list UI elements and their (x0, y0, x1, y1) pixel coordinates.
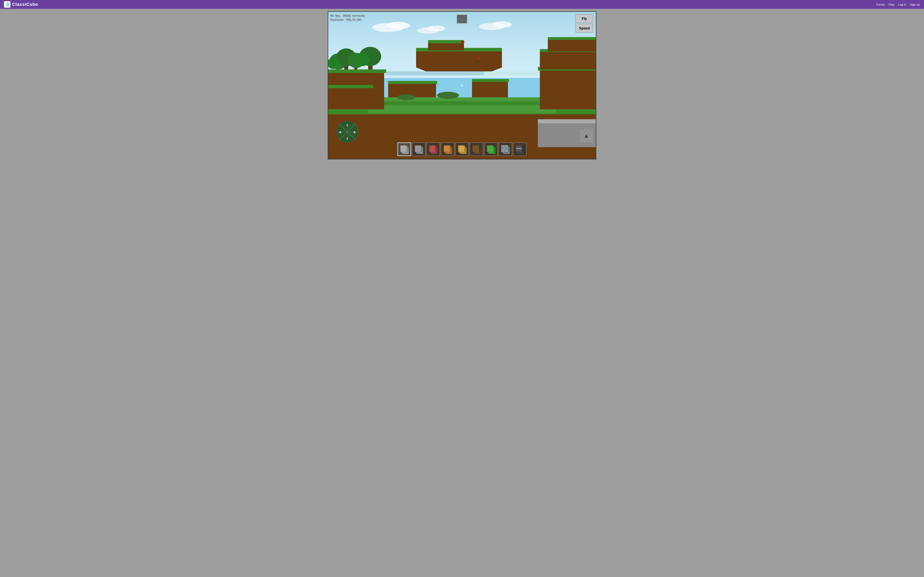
crosshair (460, 84, 464, 87)
fly-speed-buttons: Fly Speed (575, 14, 593, 33)
svg-rect-86 (435, 147, 435, 149)
svg-rect-109 (491, 148, 493, 149)
svg-marker-37 (472, 81, 508, 97)
svg-point-100 (475, 148, 476, 149)
svg-point-3 (427, 26, 445, 31)
svg-rect-44 (376, 102, 377, 103)
logo-text: ClassiCube (12, 2, 38, 7)
joystick-inner: ▲ ▼ ◀ ▶ (337, 121, 358, 142)
svg-rect-63 (386, 71, 484, 75)
footer-area (0, 162, 924, 174)
svg-point-119 (519, 148, 520, 149)
hotbar-slot-cobblestone[interactable] (412, 142, 425, 156)
svg-rect-43 (370, 101, 371, 102)
header: 🧊 ClassiCube Forum Play Log in Sign up (0, 0, 924, 9)
hotbar-slot-dirt[interactable] (441, 142, 454, 156)
game-canvas[interactable]: 60 fps, 20068 vertices Position: (59,37,… (328, 11, 596, 160)
svg-rect-56 (512, 101, 513, 102)
svg-rect-52 (464, 102, 465, 102)
svg-rect-90 (458, 145, 464, 152)
nav-signup[interactable]: Sign up (910, 3, 920, 6)
svg-marker-23 (540, 69, 596, 109)
svg-rect-75 (417, 147, 419, 148)
position-display: Position: (59,37,39) (330, 18, 365, 22)
svg-rect-32 (548, 37, 596, 40)
hotbar (397, 142, 527, 156)
svg-rect-105 (489, 146, 490, 147)
svg-rect-51 (452, 101, 453, 102)
svg-rect-53 (476, 101, 477, 102)
svg-rect-76 (416, 148, 417, 150)
nav-login[interactable]: Log in (898, 3, 906, 6)
svg-rect-107 (488, 148, 489, 149)
svg-rect-93 (458, 147, 464, 147)
svg-rect-49 (428, 101, 429, 102)
menu-button[interactable]: ... (457, 15, 467, 23)
svg-marker-25 (416, 50, 502, 71)
svg-rect-20 (368, 102, 556, 105)
svg-point-1 (386, 22, 410, 29)
svg-marker-29 (540, 52, 596, 69)
svg-rect-46 (392, 102, 393, 102)
svg-rect-87 (444, 145, 450, 152)
svg-rect-106 (491, 146, 491, 147)
svg-rect-77 (418, 149, 420, 150)
joystick[interactable]: ▲ ▼ ◀ ▶ (336, 121, 358, 143)
svg-marker-27 (428, 42, 464, 50)
svg-rect-38 (472, 79, 509, 82)
svg-point-40 (437, 92, 459, 99)
fps-display: 60 fps, 20068 vertices (330, 14, 365, 18)
svg-marker-33 (328, 87, 372, 97)
game-wrapper: 60 fps, 20068 vertices Position: (59,37,… (328, 11, 596, 160)
svg-rect-22 (328, 69, 386, 73)
svg-rect-74 (415, 146, 417, 147)
svg-rect-47 (404, 101, 405, 102)
svg-rect-68 (401, 145, 407, 152)
svg-rect-81 (429, 147, 435, 147)
svg-marker-31 (548, 39, 596, 52)
svg-rect-84 (430, 147, 431, 149)
svg-rect-48 (416, 102, 417, 103)
logo-box[interactable]: 🧊 ClassiCube (4, 1, 38, 8)
hotbar-slot-brick[interactable] (426, 142, 440, 156)
svg-rect-57 (524, 102, 525, 102)
svg-marker-42 (538, 119, 596, 123)
hotbar-slot-log[interactable] (470, 142, 483, 156)
svg-rect-54 (488, 101, 489, 102)
svg-point-118 (517, 148, 518, 149)
speed-button[interactable]: Speed (575, 24, 593, 33)
hotbar-slot-stone[interactable] (397, 142, 411, 156)
svg-rect-50 (440, 102, 441, 103)
svg-rect-59 (548, 102, 549, 103)
svg-rect-94 (458, 149, 464, 150)
svg-point-16 (355, 53, 370, 66)
svg-rect-36 (388, 81, 437, 84)
svg-point-5 (492, 21, 512, 27)
svg-rect-58 (536, 101, 536, 102)
svg-rect-104 (488, 146, 488, 147)
svg-rect-82 (429, 149, 435, 150)
svg-point-120 (520, 148, 521, 149)
svg-point-39 (397, 94, 415, 100)
hotbar-slot-planks[interactable] (455, 142, 469, 156)
nav-forum[interactable]: Forum (876, 3, 885, 6)
svg-rect-28 (428, 40, 464, 43)
debug-info: 60 fps, 20068 vertices Position: (59,37,… (330, 14, 365, 22)
svg-rect-55 (500, 102, 501, 103)
svg-rect-34 (328, 85, 373, 88)
hotbar-slot-more[interactable] (513, 142, 527, 156)
fly-button[interactable]: Fly (575, 14, 593, 23)
svg-rect-108 (490, 148, 491, 149)
svg-rect-83 (431, 145, 432, 147)
hotbar-slot-leaves[interactable] (484, 142, 498, 156)
hotbar-slot-glass[interactable] (499, 142, 512, 156)
up-arrow-button[interactable]: ▲ (579, 129, 593, 143)
nav-play[interactable]: Play (888, 3, 894, 6)
svg-rect-85 (432, 147, 433, 149)
logo-icon: 🧊 (4, 1, 10, 8)
svg-point-62 (478, 58, 480, 60)
svg-rect-45 (382, 100, 383, 101)
header-nav: Forum Play Log in Sign up (876, 3, 920, 6)
